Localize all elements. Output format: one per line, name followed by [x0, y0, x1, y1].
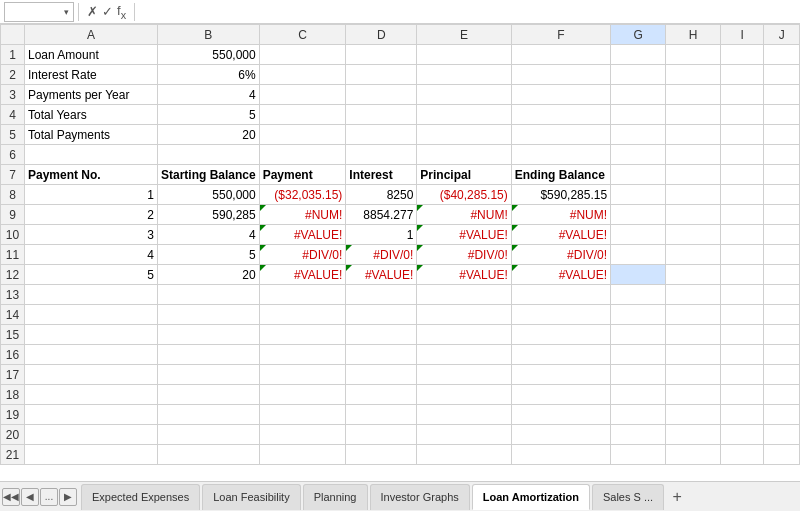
- cell-E21[interactable]: [417, 445, 511, 465]
- row-header-15[interactable]: 15: [1, 325, 25, 345]
- cell-A13[interactable]: [25, 285, 158, 305]
- cell-G1[interactable]: [611, 45, 666, 65]
- cell-I21[interactable]: [721, 445, 764, 465]
- cell-F12[interactable]: #VALUE!: [511, 265, 610, 285]
- cell-I16[interactable]: [721, 345, 764, 365]
- cell-B2[interactable]: 6%: [157, 65, 259, 85]
- cell-J9[interactable]: [764, 205, 800, 225]
- cell-B1[interactable]: 550,000: [157, 45, 259, 65]
- cell-I18[interactable]: [721, 385, 764, 405]
- cell-B18[interactable]: [157, 385, 259, 405]
- cell-F3[interactable]: [511, 85, 610, 105]
- cell-J12[interactable]: [764, 265, 800, 285]
- cell-G6[interactable]: [611, 145, 666, 165]
- cell-H8[interactable]: [666, 185, 721, 205]
- cell-B11[interactable]: 5: [157, 245, 259, 265]
- row-header-20[interactable]: 20: [1, 425, 25, 445]
- cell-I13[interactable]: [721, 285, 764, 305]
- cell-I3[interactable]: [721, 85, 764, 105]
- cell-G9[interactable]: [611, 205, 666, 225]
- cell-G15[interactable]: [611, 325, 666, 345]
- cell-J6[interactable]: [764, 145, 800, 165]
- tab-loan-amortization[interactable]: Loan Amortization: [472, 484, 590, 510]
- cell-B10[interactable]: 4: [157, 225, 259, 245]
- cell-H20[interactable]: [666, 425, 721, 445]
- cell-H19[interactable]: [666, 405, 721, 425]
- cell-J4[interactable]: [764, 105, 800, 125]
- cell-I10[interactable]: [721, 225, 764, 245]
- cell-I17[interactable]: [721, 365, 764, 385]
- row-header-4[interactable]: 4: [1, 105, 25, 125]
- cell-C20[interactable]: [259, 425, 346, 445]
- cell-J16[interactable]: [764, 345, 800, 365]
- cell-F20[interactable]: [511, 425, 610, 445]
- col-header-j[interactable]: J: [764, 25, 800, 45]
- cell-D4[interactable]: [346, 105, 417, 125]
- cell-C2[interactable]: [259, 65, 346, 85]
- cell-E13[interactable]: [417, 285, 511, 305]
- cell-A18[interactable]: [25, 385, 158, 405]
- cell-F18[interactable]: [511, 385, 610, 405]
- cell-B17[interactable]: [157, 365, 259, 385]
- cell-A2[interactable]: Interest Rate: [25, 65, 158, 85]
- cell-I5[interactable]: [721, 125, 764, 145]
- col-header-e[interactable]: E: [417, 25, 511, 45]
- cell-G12[interactable]: [611, 265, 666, 285]
- cell-E4[interactable]: [417, 105, 511, 125]
- cell-J17[interactable]: [764, 365, 800, 385]
- cell-C8[interactable]: ($32,035.15): [259, 185, 346, 205]
- cell-H11[interactable]: [666, 245, 721, 265]
- cell-E17[interactable]: [417, 365, 511, 385]
- add-sheet-button[interactable]: +: [666, 486, 688, 508]
- cell-D9[interactable]: 8854.277: [346, 205, 417, 225]
- row-header-3[interactable]: 3: [1, 85, 25, 105]
- cell-H18[interactable]: [666, 385, 721, 405]
- cell-H13[interactable]: [666, 285, 721, 305]
- cell-F11[interactable]: #DIV/0!: [511, 245, 610, 265]
- cell-A7[interactable]: Payment No.: [25, 165, 158, 185]
- cell-G13[interactable]: [611, 285, 666, 305]
- cell-C16[interactable]: [259, 345, 346, 365]
- cell-G21[interactable]: [611, 445, 666, 465]
- col-header-d[interactable]: D: [346, 25, 417, 45]
- cell-G2[interactable]: [611, 65, 666, 85]
- cell-A1[interactable]: Loan Amount: [25, 45, 158, 65]
- cell-D16[interactable]: [346, 345, 417, 365]
- col-header-i[interactable]: I: [721, 25, 764, 45]
- cell-J19[interactable]: [764, 405, 800, 425]
- cell-B15[interactable]: [157, 325, 259, 345]
- tab-nav-next[interactable]: ▶: [59, 488, 77, 506]
- cell-B20[interactable]: [157, 425, 259, 445]
- cell-B8[interactable]: 550,000: [157, 185, 259, 205]
- col-header-b[interactable]: B: [157, 25, 259, 45]
- cell-B21[interactable]: [157, 445, 259, 465]
- cell-C1[interactable]: [259, 45, 346, 65]
- cell-I19[interactable]: [721, 405, 764, 425]
- cell-J3[interactable]: [764, 85, 800, 105]
- cell-D20[interactable]: [346, 425, 417, 445]
- cell-D8[interactable]: 8250: [346, 185, 417, 205]
- cell-H1[interactable]: [666, 45, 721, 65]
- cell-J1[interactable]: [764, 45, 800, 65]
- cell-B7[interactable]: Starting Balance: [157, 165, 259, 185]
- cell-D5[interactable]: [346, 125, 417, 145]
- cell-D19[interactable]: [346, 405, 417, 425]
- cell-D17[interactable]: [346, 365, 417, 385]
- cell-H9[interactable]: [666, 205, 721, 225]
- cell-F21[interactable]: [511, 445, 610, 465]
- cell-B16[interactable]: [157, 345, 259, 365]
- cell-J14[interactable]: [764, 305, 800, 325]
- cell-A10[interactable]: 3: [25, 225, 158, 245]
- cancel-formula-icon[interactable]: ✗: [87, 4, 98, 19]
- cell-H10[interactable]: [666, 225, 721, 245]
- cell-G4[interactable]: [611, 105, 666, 125]
- cell-H15[interactable]: [666, 325, 721, 345]
- cell-E20[interactable]: [417, 425, 511, 445]
- cell-G11[interactable]: [611, 245, 666, 265]
- cell-F6[interactable]: [511, 145, 610, 165]
- cell-H14[interactable]: [666, 305, 721, 325]
- cell-A14[interactable]: [25, 305, 158, 325]
- cell-E6[interactable]: [417, 145, 511, 165]
- confirm-formula-icon[interactable]: ✓: [102, 4, 113, 19]
- cell-F4[interactable]: [511, 105, 610, 125]
